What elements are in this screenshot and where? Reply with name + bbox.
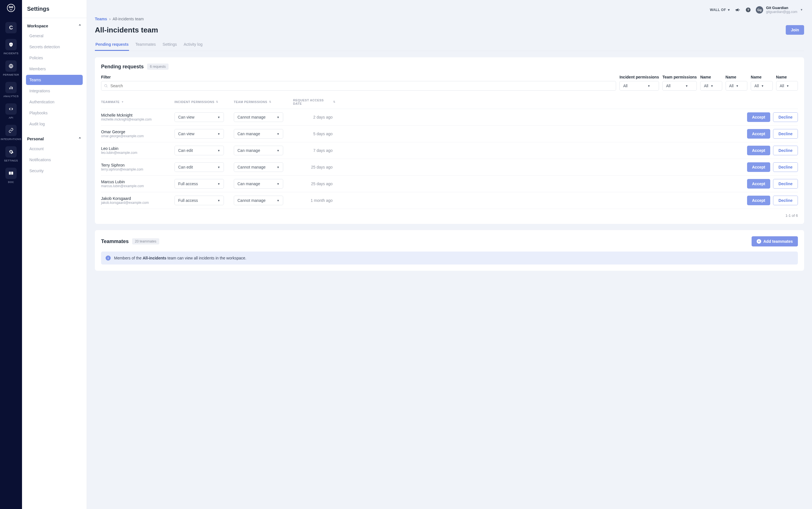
filter-team-select[interactable]: All▼ bbox=[663, 81, 697, 91]
team-permission-select[interactable]: Can manage▼ bbox=[234, 179, 283, 189]
nav-api[interactable]: API bbox=[0, 100, 22, 122]
nav-incidents[interactable]: INCIDENTS bbox=[0, 36, 22, 57]
request-date: 1 month ago bbox=[293, 198, 335, 203]
teammate-name: Leo Lubin bbox=[101, 146, 174, 151]
tab-pending-requests[interactable]: Pending requests bbox=[95, 40, 129, 51]
code-icon bbox=[8, 106, 13, 111]
decline-button[interactable]: Decline bbox=[773, 162, 798, 172]
app-logo[interactable] bbox=[5, 2, 16, 13]
teammate-email: marcus.lubin@example.com bbox=[101, 184, 174, 188]
user-menu[interactable]: Gg Git Guardian gitguardian@gg.com ▼ bbox=[756, 6, 803, 14]
team-permission-select[interactable]: Cannot manage▼ bbox=[234, 162, 283, 172]
sidebar-item-integrations[interactable]: Integrations bbox=[26, 86, 83, 96]
decline-button[interactable]: Decline bbox=[773, 196, 798, 205]
accept-button[interactable]: Accept bbox=[747, 129, 771, 139]
breadcrumb-teams[interactable]: Teams bbox=[95, 16, 107, 21]
teammates-title: Teammates bbox=[101, 239, 129, 244]
tab-activity-log[interactable]: Activity log bbox=[183, 40, 203, 51]
shield-icon bbox=[8, 42, 13, 47]
breadcrumb-current: All-incidents team bbox=[113, 16, 144, 21]
plus-circle-icon: + bbox=[757, 239, 761, 244]
wall-of-love-link[interactable]: WALL OF ♥ bbox=[710, 8, 730, 12]
nav-perimeter[interactable]: PERIMETER bbox=[0, 57, 22, 78]
accept-button[interactable]: Accept bbox=[747, 146, 771, 155]
chevron-down-icon: ▼ bbox=[277, 166, 279, 169]
bar-chart-icon bbox=[8, 85, 13, 90]
decline-button[interactable]: Decline bbox=[773, 146, 798, 155]
sidebar-item-authentication[interactable]: Authentication bbox=[26, 97, 83, 107]
chevron-up-icon: ⌃ bbox=[78, 24, 81, 28]
chevron-down-icon: ▼ bbox=[217, 182, 220, 185]
accept-button[interactable]: Accept bbox=[747, 112, 771, 122]
filter-label: Filter bbox=[101, 75, 616, 79]
page-title: All-incidents team bbox=[95, 26, 158, 34]
svg-rect-8 bbox=[12, 87, 13, 89]
filter-team-label: Team permissions bbox=[663, 75, 697, 79]
chevron-down-icon: ▼ bbox=[736, 84, 739, 88]
team-permission-select[interactable]: Can manage▼ bbox=[234, 129, 283, 139]
filter-name4-select[interactable]: All▼ bbox=[776, 81, 798, 91]
sidebar-item-notifications[interactable]: Notifications bbox=[26, 155, 83, 165]
tab-settings[interactable]: Settings bbox=[162, 40, 178, 51]
table-row: Leo Lubin leo.lubin@example.com Can edit… bbox=[101, 142, 798, 159]
sort-icon: ▼ bbox=[122, 101, 124, 103]
accept-button[interactable]: Accept bbox=[747, 179, 771, 189]
sidebar-item-policies[interactable]: Policies bbox=[26, 53, 83, 63]
sidebar-item-audit-log[interactable]: Audit log bbox=[26, 119, 83, 129]
col-request-date[interactable]: REQUEST ACCESS DATE⇅ bbox=[293, 99, 335, 105]
table-row: Omar George omar.george@example.com Can … bbox=[101, 126, 798, 142]
sidebar-item-playbooks[interactable]: Playbooks bbox=[26, 108, 83, 118]
sort-icon: ⇅ bbox=[333, 101, 336, 103]
incident-permission-select[interactable]: Can edit▼ bbox=[174, 162, 224, 172]
book-icon bbox=[8, 171, 13, 176]
incident-permission-select[interactable]: Can edit▼ bbox=[174, 146, 224, 155]
filter-name1-select[interactable]: All▼ bbox=[700, 81, 722, 91]
incident-permission-select[interactable]: Full access▼ bbox=[174, 179, 224, 189]
help-button[interactable]: ? bbox=[745, 7, 751, 13]
pending-title: Pending requests bbox=[101, 64, 144, 70]
col-teammate[interactable]: TEAMMATE▼ bbox=[101, 99, 174, 105]
teammate-name: Jakob Korsgaard bbox=[101, 196, 174, 201]
filter-incident-select[interactable]: All▼ bbox=[619, 81, 659, 91]
join-button[interactable]: Join bbox=[786, 25, 804, 35]
sidebar-item-account[interactable]: Account bbox=[26, 144, 83, 154]
incident-permission-select[interactable]: Full access▼ bbox=[174, 196, 224, 205]
section-personal[interactable]: Personal ⌃ bbox=[26, 135, 83, 143]
incident-permission-select[interactable]: Can view▼ bbox=[174, 112, 224, 122]
section-workspace[interactable]: Workspace ⌃ bbox=[26, 22, 83, 30]
nav-settings[interactable]: SETTINGS bbox=[0, 143, 22, 164]
sidebar-item-general[interactable]: General bbox=[26, 31, 83, 41]
decline-button[interactable]: Decline bbox=[773, 129, 798, 139]
announcements-button[interactable] bbox=[734, 7, 741, 13]
user-name: Git Guardian bbox=[766, 6, 797, 10]
chevron-down-icon: ▼ bbox=[647, 84, 650, 88]
sidebar-item-teams[interactable]: Teams bbox=[26, 75, 83, 85]
table-row: Marcus Lubin marcus.lubin@example.com Fu… bbox=[101, 176, 798, 192]
col-incident-perm[interactable]: INCIDENT PERMISSIONS⇅ bbox=[174, 99, 234, 105]
col-team-perm[interactable]: TEAM PERMISSIONS⇅ bbox=[234, 99, 293, 105]
accept-button[interactable]: Accept bbox=[747, 196, 771, 205]
tab-teammates[interactable]: Teammates bbox=[135, 40, 156, 51]
sidebar-item-security[interactable]: Security bbox=[26, 166, 83, 176]
accept-button[interactable]: Accept bbox=[747, 162, 771, 172]
filter-name3-label: Name bbox=[751, 75, 773, 79]
nav-letter-c[interactable]: C bbox=[0, 19, 22, 36]
add-teammates-button[interactable]: + Add teammates bbox=[752, 236, 798, 246]
team-permission-select[interactable]: Cannot manage▼ bbox=[234, 112, 283, 122]
team-permission-select[interactable]: Cannot manage▼ bbox=[234, 196, 283, 205]
nav-integrations[interactable]: INTEGRATIONS bbox=[0, 122, 22, 143]
sidebar-item-secrets-detection[interactable]: Secrets detection bbox=[26, 42, 83, 52]
nav-doc[interactable]: DOC bbox=[0, 164, 22, 186]
chevron-down-icon: ▼ bbox=[786, 84, 789, 88]
incident-permission-select[interactable]: Can view▼ bbox=[174, 129, 224, 139]
decline-button[interactable]: Decline bbox=[773, 179, 798, 189]
sidebar-item-members[interactable]: Members bbox=[26, 64, 83, 74]
svg-text:?: ? bbox=[747, 8, 749, 11]
filter-name3-select[interactable]: All▼ bbox=[751, 81, 773, 91]
team-permission-select[interactable]: Can manage▼ bbox=[234, 146, 283, 155]
filter-name2-select[interactable]: All▼ bbox=[725, 81, 747, 91]
nav-analytics[interactable]: ANALYTICS bbox=[0, 78, 22, 100]
help-circle-icon: ? bbox=[745, 7, 751, 13]
decline-button[interactable]: Decline bbox=[773, 112, 798, 122]
search-input[interactable] bbox=[101, 81, 616, 91]
